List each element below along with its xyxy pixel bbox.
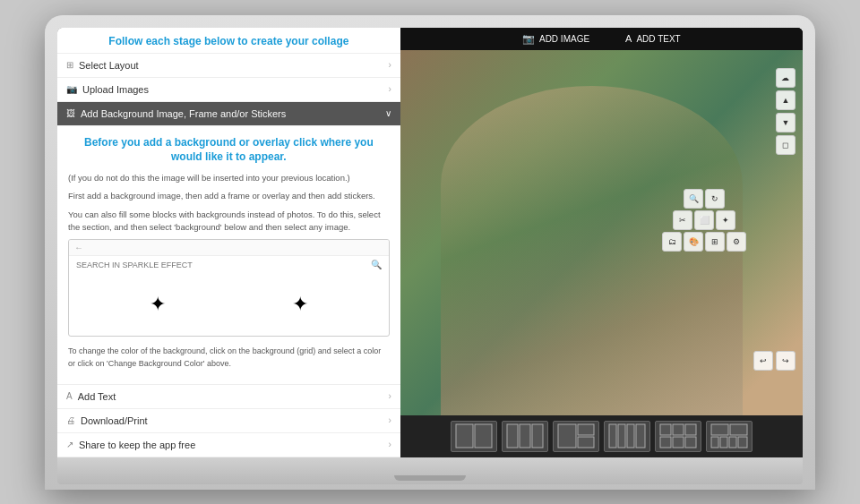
camera-add-icon: 📷 bbox=[522, 33, 535, 45]
menu-label-share: Share to keep the app free bbox=[79, 440, 195, 450]
fx-btn[interactable]: ⚙ bbox=[727, 232, 746, 252]
search-nav: ← bbox=[69, 240, 389, 256]
menu-label-upload: Upload Images bbox=[82, 84, 149, 95]
svg-rect-10 bbox=[627, 424, 634, 448]
undo-button[interactable]: ↩ bbox=[753, 351, 773, 371]
layout-thumb-5[interactable] bbox=[655, 421, 701, 452]
search-row: 🔍 bbox=[69, 256, 389, 273]
content-para1: (If you do not do this the image will be… bbox=[68, 172, 390, 184]
menu-label-background: Add Background Image, Frame and/or Stick… bbox=[81, 108, 286, 119]
add-text-label: ADD TEXT bbox=[636, 34, 680, 44]
vertical-toolbar: ☁ ▲ ▼ ◻ bbox=[776, 68, 796, 155]
menu-item-share[interactable]: ↗ Share to keep the app free › bbox=[57, 433, 400, 457]
arrow-icon-1: › bbox=[388, 60, 391, 70]
svg-rect-7 bbox=[578, 437, 594, 448]
text-icon: A bbox=[66, 391, 73, 401]
cluster-row-3: 🗂 🎨 ⊞ ⚙ bbox=[662, 232, 746, 252]
svg-rect-21 bbox=[720, 437, 727, 448]
layout-thumb-2[interactable] bbox=[502, 421, 548, 452]
laptop: Follow each stage below to create your c… bbox=[45, 15, 815, 490]
svg-rect-14 bbox=[685, 424, 696, 435]
zoom-btn[interactable]: 🔍 bbox=[684, 189, 703, 209]
print-icon: 🖨 bbox=[66, 415, 75, 425]
position-btn[interactable]: ⊞ bbox=[705, 232, 725, 252]
layout-thumbnails bbox=[400, 415, 803, 457]
svg-rect-6 bbox=[578, 424, 594, 435]
svg-rect-19 bbox=[730, 424, 747, 435]
menu-item-select-layout[interactable]: ⊞ Select Layout › bbox=[57, 54, 400, 78]
menu-label-add-text: Add Text bbox=[78, 391, 116, 402]
move-up-btn[interactable]: ▲ bbox=[776, 90, 796, 110]
crop-btn[interactable]: ✂ bbox=[673, 210, 692, 230]
content-title: Before you add a background or overlay c… bbox=[68, 135, 390, 166]
menu-item-add-text[interactable]: A Add Text › bbox=[57, 385, 400, 409]
sparkle-effect-btn[interactable]: ✦ bbox=[716, 210, 735, 230]
upload-cloud-btn[interactable]: ☁ bbox=[776, 68, 796, 88]
magnify-icon: 🔍 bbox=[371, 260, 382, 269]
svg-rect-20 bbox=[711, 437, 718, 448]
layout-icon: ⊞ bbox=[66, 60, 73, 70]
svg-rect-0 bbox=[456, 424, 473, 448]
laptop-notch bbox=[394, 475, 466, 481]
bottom-menu: A Add Text › 🖨 Download/Print › ↗ Share bbox=[57, 384, 400, 457]
svg-rect-15 bbox=[660, 437, 671, 448]
left-panel: Follow each stage below to create your c… bbox=[57, 28, 400, 457]
layer-btn[interactable]: 🗂 bbox=[662, 232, 682, 252]
add-image-label: ADD IMAGE bbox=[539, 34, 589, 44]
svg-rect-2 bbox=[507, 424, 518, 448]
svg-rect-4 bbox=[532, 424, 543, 448]
svg-rect-8 bbox=[609, 424, 616, 448]
move-down-btn[interactable]: ▼ bbox=[776, 113, 796, 132]
laptop-screen: Follow each stage below to create your c… bbox=[57, 28, 803, 457]
right-panel: 📷 ADD IMAGE A ADD TEXT ☁ ▲ ▼ bbox=[400, 28, 803, 457]
svg-rect-13 bbox=[673, 424, 684, 435]
svg-rect-11 bbox=[636, 424, 645, 448]
add-text-button[interactable]: A ADD TEXT bbox=[625, 33, 681, 44]
arrow-icon-add-text: › bbox=[388, 391, 391, 401]
rotate-btn[interactable]: ↻ bbox=[705, 189, 725, 209]
frame-btn[interactable]: ◻ bbox=[776, 135, 796, 155]
menu-item-upload-images[interactable]: 📷 Upload Images › bbox=[57, 78, 400, 102]
text-add-icon: A bbox=[625, 33, 632, 44]
arrow-icon-2: › bbox=[388, 84, 391, 94]
menu-item-download[interactable]: 🖨 Download/Print › bbox=[57, 409, 400, 433]
svg-rect-12 bbox=[660, 424, 671, 435]
search-input[interactable] bbox=[76, 261, 371, 269]
menu-label-select-layout: Select Layout bbox=[79, 60, 139, 71]
back-arrow-icon[interactable]: ← bbox=[74, 243, 83, 252]
svg-rect-17 bbox=[685, 437, 696, 448]
sparkle-area: ✦ ✦ bbox=[69, 273, 389, 336]
undo-redo-group: ↩ ↪ bbox=[753, 351, 796, 371]
add-image-button[interactable]: 📷 ADD IMAGE bbox=[522, 33, 589, 45]
layout-thumb-6[interactable] bbox=[706, 421, 752, 452]
camera-icon: 📷 bbox=[66, 84, 77, 94]
arrow-icon-download: › bbox=[388, 415, 391, 425]
svg-rect-5 bbox=[558, 424, 576, 448]
search-box: ← 🔍 ✦ ✦ bbox=[68, 239, 390, 337]
laptop-bottom-bar bbox=[57, 457, 803, 484]
redo-button[interactable]: ↪ bbox=[776, 351, 796, 371]
editor-topbar: 📷 ADD IMAGE A ADD TEXT bbox=[400, 28, 803, 50]
layout-thumb-3[interactable] bbox=[553, 421, 599, 452]
resize-btn[interactable]: ⬜ bbox=[694, 210, 714, 230]
filter-btn[interactable]: 🎨 bbox=[684, 232, 703, 252]
sparkle-icon-2: ✦ bbox=[292, 295, 308, 314]
content-para2: First add a background image, then add a… bbox=[68, 190, 390, 202]
arrow-icon-3: ∨ bbox=[385, 108, 391, 118]
cluster-row-1: 🔍 ↻ bbox=[684, 189, 725, 209]
svg-rect-23 bbox=[738, 437, 747, 448]
menu-item-add-background[interactable]: 🖼 Add Background Image, Frame and/or Sti… bbox=[57, 102, 400, 126]
svg-rect-16 bbox=[673, 437, 684, 448]
svg-rect-22 bbox=[729, 437, 736, 448]
layout-thumb-1[interactable] bbox=[451, 421, 497, 452]
svg-rect-1 bbox=[475, 424, 492, 448]
share-icon: ↗ bbox=[66, 440, 73, 449]
panel-header: Follow each stage below to create your c… bbox=[57, 28, 400, 54]
svg-rect-3 bbox=[520, 424, 530, 448]
arrow-icon-share: › bbox=[388, 440, 391, 449]
content-para3: You can also fill some blocks with backg… bbox=[68, 209, 390, 235]
content-area: Before you add a background or overlay c… bbox=[57, 126, 400, 384]
layout-thumb-4[interactable] bbox=[604, 421, 650, 452]
frame-icon: 🖼 bbox=[66, 108, 75, 118]
photo-area[interactable]: ☁ ▲ ▼ ◻ 🔍 ↻ ✂ ⬜ ✦ bbox=[400, 50, 803, 415]
